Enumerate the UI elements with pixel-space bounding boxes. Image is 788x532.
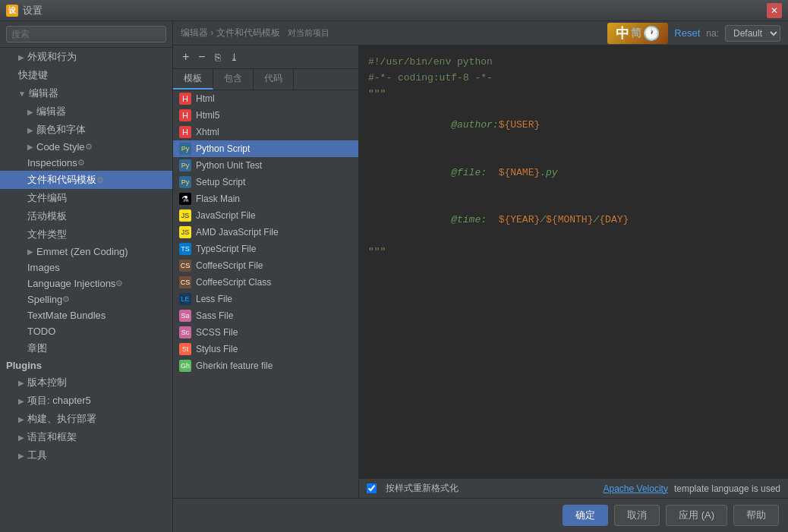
gherkin-icon: Gh xyxy=(179,360,191,372)
sidebar-item-todo[interactable]: TODO xyxy=(0,323,172,339)
gear-icon-spell: ⚙ xyxy=(62,294,70,304)
arrow-icon-vcs: ▶ xyxy=(18,379,24,387)
reformat-label: 按样式重新格式化 xyxy=(386,482,459,495)
panel-body: + − ⎘ ⤓ 模板 包含 代码 H Html xyxy=(173,46,788,498)
sidebar-item-spelling[interactable]: Spelling ⚙ xyxy=(0,291,172,307)
sidebar-item-lang-inject[interactable]: Language Injections ⚙ xyxy=(0,275,172,291)
arrow-icon-editor: ▼ xyxy=(18,90,26,98)
sidebar-item-file-templates[interactable]: 文件和代码模板 ⚙ xyxy=(0,171,172,189)
sidebar-item-editor-sub[interactable]: ▶ 编辑器 xyxy=(0,102,172,121)
ok-button[interactable]: 确定 xyxy=(563,505,608,526)
add-button[interactable]: + xyxy=(179,49,192,65)
reformat-checkbox[interactable] xyxy=(367,483,377,493)
code-line-5: @file: ${NAME}.py xyxy=(368,150,779,197)
file-item-typescript[interactable]: TS TypeScript File xyxy=(173,241,358,257)
file-item-flask-main[interactable]: ⚗ Flask Main xyxy=(173,190,358,207)
file-item-python-script[interactable]: Py Python Script xyxy=(173,140,358,157)
help-button[interactable]: 帮助 xyxy=(733,505,779,526)
file-item-xhtml[interactable]: H Xhtml xyxy=(173,124,358,140)
stylus-icon: St xyxy=(179,343,191,355)
file-item-python-unit-test[interactable]: Py Python Unit Test xyxy=(173,157,358,174)
sidebar-item-inspections[interactable]: Inspections ⚙ xyxy=(0,155,172,171)
tab-includes[interactable]: 包含 xyxy=(213,69,254,90)
content-area: ▶ 外观和行为 快捷键 ▼ 编辑器 ▶ 编辑器 ▶ 颜色和字体 ▶ Code S… xyxy=(0,21,788,532)
file-item-stylus[interactable]: St Stylus File xyxy=(173,341,358,357)
sidebar: ▶ 外观和行为 快捷键 ▼ 编辑器 ▶ 编辑器 ▶ 颜色和字体 ▶ Code S… xyxy=(0,21,173,532)
template-lang-text: template language is used xyxy=(674,483,780,494)
code-line-6: @time: ${YEAR}/${MONTH}/{DAY} xyxy=(368,197,779,244)
breadcrumb: 编辑器 › 文件和代码模板 对当前项目 xyxy=(181,27,329,39)
code-area: #!/usr/bin/env python #-*- coding:utf-8 … xyxy=(359,46,788,498)
sidebar-item-build[interactable]: ▶ 构建、执行部署 xyxy=(0,410,172,428)
velocity-link[interactable]: Apache Velocity xyxy=(604,483,668,494)
code-line-7: """ xyxy=(368,244,779,260)
sidebar-item-file-types[interactable]: 文件类型 xyxy=(0,225,172,244)
search-input[interactable] xyxy=(6,26,166,42)
cancel-button[interactable]: 取消 xyxy=(614,505,660,526)
move-button[interactable]: ⤓ xyxy=(227,50,241,65)
sidebar-item-live-templates[interactable]: 活动模板 xyxy=(0,207,172,225)
app-icon: 设 xyxy=(6,5,18,17)
reset-button[interactable]: Reset xyxy=(674,27,700,39)
tab-code[interactable]: 代码 xyxy=(254,69,294,90)
arrow-icon: ▶ xyxy=(18,53,24,61)
file-item-scss[interactable]: Sc SCSS File xyxy=(173,324,358,341)
file-item-sass[interactable]: Sa Sass File xyxy=(173,307,358,324)
copy-button[interactable]: ⎘ xyxy=(212,50,224,65)
bottom-bar: 确定 取消 应用 (A) 帮助 xyxy=(173,498,788,532)
sidebar-item-chapters[interactable]: 章图 xyxy=(0,339,172,357)
file-item-gherkin[interactable]: Gh Gherkin feature file xyxy=(173,357,358,374)
less-icon: LE xyxy=(179,293,191,305)
coffee-icon: CS xyxy=(179,260,191,272)
arrow-icon-tools: ▶ xyxy=(18,452,24,460)
sidebar-item-emmet[interactable]: ▶ Emmet (Zen Coding) xyxy=(0,244,172,260)
sidebar-item-keymap[interactable]: 快捷键 xyxy=(0,66,172,84)
file-item-less[interactable]: LE Less File xyxy=(173,291,358,307)
sidebar-item-codestyle[interactable]: ▶ Code Style ⚙ xyxy=(0,139,172,155)
toolbar: + − ⎘ ⤓ xyxy=(173,46,358,69)
code-footer: 按样式重新格式化 Apache Velocity template langua… xyxy=(359,478,788,498)
file-item-html5[interactable]: H Html5 xyxy=(173,107,358,124)
file-item-setup-script[interactable]: Py Setup Script xyxy=(173,174,358,190)
tab-templates[interactable]: 模板 xyxy=(173,69,213,90)
sidebar-item-vcs[interactable]: ▶ 版本控制 xyxy=(0,373,172,392)
sidebar-item-tools[interactable]: ▶ 工具 xyxy=(0,446,172,464)
sass-icon: Sa xyxy=(179,310,191,322)
sidebar-item-lang-framework[interactable]: ▶ 语言和框架 xyxy=(0,428,172,446)
html5-icon: H xyxy=(179,109,191,121)
sidebar-item-appearance[interactable]: ▶ 外观和行为 xyxy=(0,48,172,66)
schema-select[interactable]: Default xyxy=(725,25,780,42)
sidebar-section-plugins: Plugins xyxy=(0,357,172,373)
sidebar-item-colors[interactable]: ▶ 颜色和字体 xyxy=(0,121,172,139)
code-editor[interactable]: #!/usr/bin/env python #-*- coding:utf-8 … xyxy=(359,46,788,478)
sidebar-item-file-encode[interactable]: 文件编码 xyxy=(0,189,172,207)
sidebar-item-project[interactable]: ▶ 项目: chapter5 xyxy=(0,392,172,410)
tabs: 模板 包含 代码 xyxy=(173,69,358,90)
remove-button[interactable]: − xyxy=(195,49,208,65)
arrow-icon-colors: ▶ xyxy=(27,126,33,134)
file-item-coffeescript-class[interactable]: CS CoffeeScript Class xyxy=(173,274,358,291)
sidebar-item-textmate[interactable]: TextMate Bundles xyxy=(0,307,172,323)
file-item-html[interactable]: H Html xyxy=(173,90,358,107)
scss-icon: Sc xyxy=(179,326,191,338)
html-icon: H xyxy=(179,93,191,105)
flask-icon: ⚗ xyxy=(179,193,191,205)
file-item-javascript[interactable]: JS JavaScript File xyxy=(173,207,358,224)
apply-button[interactable]: 应用 (A) xyxy=(666,505,727,526)
schema-label: na: xyxy=(706,28,719,39)
sidebar-item-editor[interactable]: ▼ 编辑器 xyxy=(0,84,172,102)
close-button[interactable]: ✕ xyxy=(767,3,782,18)
gear-icon-lang: ⚙ xyxy=(115,279,123,288)
ts-icon: TS xyxy=(179,243,191,255)
file-item-amd-javascript[interactable]: JS AMD JavaScript File xyxy=(173,224,358,241)
project-scope-label: 对当前项目 xyxy=(288,28,329,37)
file-item-coffeescript[interactable]: CS CoffeeScript File xyxy=(173,257,358,274)
chinese-char-simple: 简 xyxy=(631,27,641,40)
search-box xyxy=(0,21,172,48)
chinese-char-mid: 中 xyxy=(616,24,629,42)
file-list: H Html H Html5 H Xhtml Py xyxy=(173,90,358,498)
amd-js-icon: JS xyxy=(179,226,191,238)
arrow-icon-codestyle: ▶ xyxy=(27,143,33,151)
sidebar-item-images[interactable]: Images xyxy=(0,260,172,275)
xhtml-icon: H xyxy=(179,126,191,138)
